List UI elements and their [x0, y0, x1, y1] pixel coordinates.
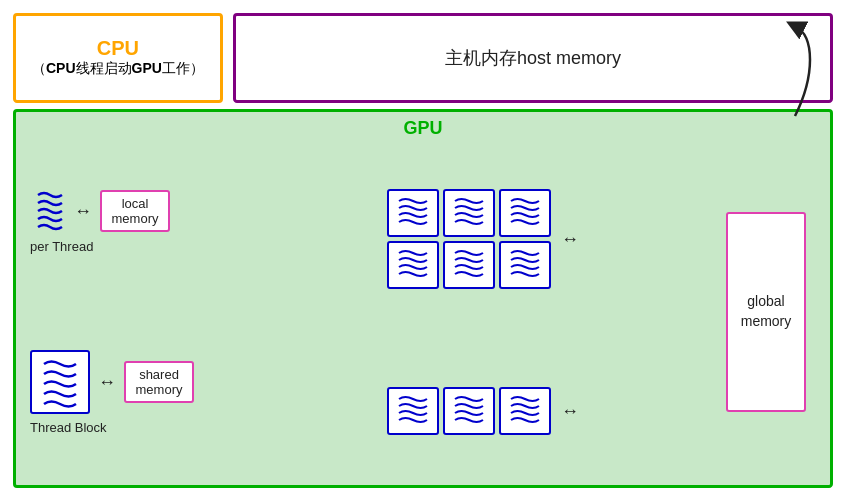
per-thread-label: per Thread — [30, 239, 93, 254]
host-memory-box: 主机内存host memory — [233, 13, 833, 103]
shared-memory-box: sharedmemory — [124, 361, 194, 403]
wavy-grid-item — [387, 387, 439, 435]
wavy-grid-item — [443, 189, 495, 237]
bottom-grid-row: ↔ — [387, 387, 579, 435]
cpu-subtitle: （CPU线程启动GPU工作） — [32, 60, 204, 78]
cpu-bold1: CPU — [46, 60, 76, 76]
thread-block-label: Thread Block — [30, 420, 107, 435]
bottom-wavy-grid — [387, 387, 551, 435]
cpu-box: CPU （CPU线程启动GPU工作） — [13, 13, 223, 103]
mid-col: ↔ — [260, 150, 706, 475]
arrow-top-grid: ↔ — [561, 230, 579, 248]
diagram-container: CPU （CPU线程启动GPU工作） 主机内存host memory GPU — [13, 13, 833, 488]
per-thread-row: ↔ localmemory — [30, 189, 170, 233]
arrow-shared: ↔ — [98, 373, 116, 391]
per-thread-section: ↔ localmemory per Thread — [30, 189, 250, 254]
local-memory-box: localmemory — [100, 190, 170, 232]
wavy-grid-item — [387, 241, 439, 289]
global-memory-label: global memory — [728, 292, 804, 331]
cpu-title: CPU — [97, 37, 139, 60]
arrow-local: ↔ — [74, 202, 92, 220]
left-col: ↔ localmemory per Thread — [30, 150, 250, 475]
top-row: CPU （CPU线程启动GPU工作） 主机内存host memory — [13, 13, 833, 103]
right-col: global memory — [716, 150, 816, 475]
global-memory-box: global memory — [726, 212, 806, 412]
thread-block-section: ↔ sharedmemory Thread Block — [30, 350, 250, 435]
wavy-grid-item — [387, 189, 439, 237]
wavy-grid-item — [499, 241, 551, 289]
gpu-box: GPU — [13, 109, 833, 488]
gpu-label: GPU — [403, 118, 442, 139]
wavy-grid-item — [499, 387, 551, 435]
gpu-inner: ↔ localmemory per Thread — [30, 150, 816, 475]
thread-block-row: ↔ sharedmemory — [30, 350, 194, 414]
wavy-thread-icon — [30, 189, 66, 233]
wavy-block-box — [30, 350, 90, 414]
gpu-bold: GPU — [132, 60, 162, 76]
top-grid-row: ↔ — [387, 189, 579, 289]
arrow-bottom-grid: ↔ — [561, 402, 579, 420]
host-memory-label: 主机内存host memory — [445, 46, 621, 70]
top-wavy-grid — [387, 189, 551, 289]
wavy-grid-item — [499, 189, 551, 237]
wavy-grid-item — [443, 387, 495, 435]
wavy-grid-item — [443, 241, 495, 289]
